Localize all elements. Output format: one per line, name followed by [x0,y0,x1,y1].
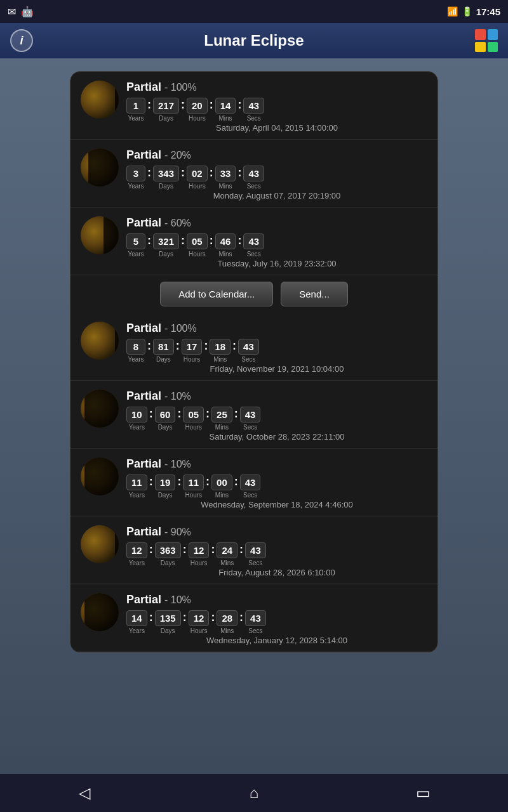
moon-image-7 [81,593,119,631]
years-lbl-3: Years [128,356,144,363]
days-lbl-3: Days [156,356,171,363]
secs-lbl-1: Secs [247,183,261,190]
moon-image-3 [81,322,119,360]
back-button[interactable]: ◁ [65,780,104,806]
years-lbl-4: Years [129,424,145,431]
eclipse-inner-0: Partial - 100% 1 Years : 217 Days : 20 [81,81,427,133]
days-unit-5: 19 Days [155,475,176,499]
days-unit-3: 81 Days [153,339,174,363]
eclipse-title-5: Partial - 10% [126,457,427,471]
days-unit-4: 60 Days [155,407,176,431]
eclipse-item-4: Partial - 10% 10 Years : 60 Days : 05 [70,381,438,449]
eclipse-date-5: Wednesday, September 18, 2024 4:46:00 [126,500,427,509]
eclipse-title-1: Partial - 20% [126,148,427,162]
eclipse-inner-1: Partial - 20% 3 Years : 343 Days : 02 [81,148,427,200]
eclipse-date-2: Tuesday, July 16, 2019 23:32:00 [126,259,427,268]
eclipse-inner-6: Partial - 90% 12 Years : 363 Days : 12 [81,525,427,577]
years-lbl-0: Years [128,115,144,122]
years-unit-7: 14 Years [126,610,147,634]
years-val-5: 11 [126,475,147,490]
years-val-7: 14 [126,610,147,626]
eclipse-inner-4: Partial - 10% 10 Years : 60 Days : 05 [81,390,427,442]
sep2-4: : [175,407,183,431]
years-val-1: 3 [126,166,145,181]
eclipse-title-7: Partial - 10% [126,593,427,606]
sep3-7: : [209,611,217,634]
eclipse-percent-5: - 10% [164,459,191,469]
eclipse-date-3: Friday, November 19, 2021 10:04:00 [126,364,427,374]
days-lbl-1: Days [159,183,173,190]
mins-val-4: 25 [211,407,232,422]
hours-unit-6: 12 Hours [189,542,210,566]
hours-lbl-2: Hours [189,251,206,258]
sep2-2: : [179,234,187,258]
status-icons-right: 📶 🔋 17:45 [447,6,500,17]
days-unit-7: 135 Days [155,610,181,634]
sep1-6: : [147,543,155,566]
moon-shadow-4 [84,390,119,428]
eclipse-item-3: Partial - 100% 8 Years : 81 Days : 17 [70,313,438,381]
years-unit-1: 3 Years [126,166,145,190]
years-lbl-6: Years [129,560,145,566]
hours-unit-7: 12 Hours [189,610,210,634]
hours-lbl-4: Hours [185,424,202,431]
mins-val-6: 24 [217,542,237,558]
years-lbl-2: Years [128,251,144,258]
eclipse-info-2: Partial - 60% 5 Years : 321 Days : 05 [126,216,427,268]
days-val-6: 363 [155,542,181,558]
days-val-5: 19 [155,475,176,490]
sep4-0: : [236,98,243,122]
moon-shadow-6 [115,525,119,563]
add-to-calendar-button[interactable]: Add to Calendar... [160,282,273,306]
days-val-1: 343 [153,166,179,181]
secs-val-1: 43 [243,166,264,181]
battery-icon: 🔋 [462,6,472,16]
mins-unit-1: 33 Mins [215,166,236,190]
days-lbl-7: Days [161,627,175,634]
eclipse-item-5: Partial - 10% 11 Years : 19 Days : 11 [70,449,438,516]
sep3-6: : [209,543,217,566]
eclipse-inner-2: Partial - 60% 5 Years : 321 Days : 05 [81,216,427,268]
secs-unit-6: 43 Secs [245,542,266,566]
mins-val-3: 18 [210,339,231,355]
sep1-3: : [145,339,153,363]
grid-dot-4 [488,42,498,53]
eclipse-info-5: Partial - 10% 11 Years : 19 Days : 11 [126,457,427,509]
hours-val-6: 12 [189,542,210,558]
eclipse-percent-1: - 20% [164,150,191,160]
eclipse-info-7: Partial - 10% 14 Years : 135 Days : 12 [126,593,427,645]
grid-button[interactable] [475,29,498,52]
secs-unit-4: 43 Secs [240,407,261,431]
eclipse-title-0: Partial - 100% [126,81,427,94]
app-title: Lunar Eclipse [33,32,475,49]
info-button[interactable]: i [10,29,33,52]
secs-unit-5: 43 Secs [240,475,261,499]
hours-val-3: 17 [182,339,203,355]
sep3-4: : [204,407,211,431]
secs-val-6: 43 [245,542,266,558]
years-val-3: 8 [126,339,145,355]
moon-shadow-5 [84,457,119,495]
mins-unit-4: 25 Mins [211,407,232,431]
eclipse-date-6: Friday, August 28, 2026 6:10:00 [126,568,427,577]
status-icons-left: ✉ 🤖 [8,6,34,18]
hours-unit-3: 17 Hours [182,339,203,363]
mins-lbl-0: Mins [219,115,232,122]
eclipse-title-3: Partial - 100% [126,322,427,335]
home-button[interactable]: ⌂ [235,780,273,806]
wifi-icon: 📶 [447,6,458,16]
send-button[interactable]: Send... [281,282,348,306]
recent-button[interactable]: ▭ [404,780,443,806]
eclipse-card: Partial - 100% 1 Years : 217 Days : 20 [70,71,438,653]
mins-unit-5: 00 Mins [211,475,232,499]
sep1-5: : [147,475,155,499]
sep3-3: : [202,339,210,363]
sep2-7: : [181,611,189,634]
moon-image-2 [81,216,119,254]
hours-unit-0: 20 Hours [187,98,208,122]
mins-unit-7: 28 Mins [217,610,237,634]
mins-unit-2: 46 Mins [215,233,236,258]
secs-val-2: 43 [243,233,264,249]
secs-unit-2: 43 Secs [243,233,264,258]
eclipse-item-2: Partial - 60% 5 Years : 321 Days : 05 [70,207,438,275]
